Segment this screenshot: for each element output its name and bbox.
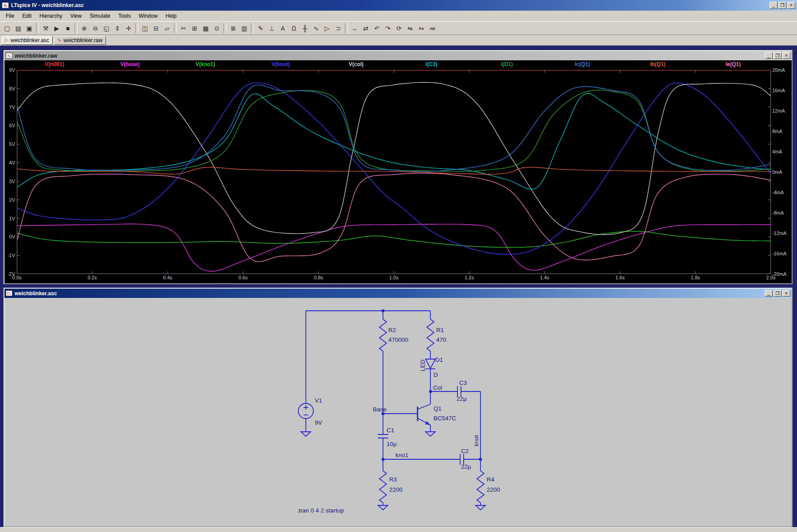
r4-name-label[interactable]: R4 xyxy=(487,476,495,483)
resistor-r2[interactable] xyxy=(379,319,387,351)
net-label-base[interactable]: Base xyxy=(373,406,387,413)
menu-hierarchy[interactable]: Hierarchy xyxy=(35,12,66,20)
trace-label-V(base)[interactable]: V(base) xyxy=(92,61,168,67)
spice-directive-text[interactable]: .tran 0 4 2 startup xyxy=(297,507,344,514)
place-ground-icon[interactable]: ⊥ xyxy=(266,23,277,33)
trace-label-V(n001)[interactable]: V(n001) xyxy=(17,61,92,67)
control-panel-icon[interactable]: ⚒ xyxy=(40,23,51,33)
d1-type-label[interactable]: LED xyxy=(419,360,426,372)
place-net-label-icon[interactable]: A xyxy=(277,23,288,33)
v1-value-label[interactable]: 9V xyxy=(315,419,322,426)
d1-code-label[interactable]: D xyxy=(434,372,438,378)
c3-name-label[interactable]: C3 xyxy=(459,379,467,386)
r1-name-label[interactable]: R1 xyxy=(436,327,444,333)
autorange-icon[interactable]: ⇕ xyxy=(112,23,123,33)
time-axis[interactable]: 0.0s0.2s0.4s0.6s0.8s1.0s1.2s1.4s1.6s1.8s… xyxy=(17,275,771,282)
net-label-kno1[interactable]: kno1 xyxy=(395,452,408,458)
menu-view[interactable]: View xyxy=(66,12,86,20)
plot-box[interactable] xyxy=(17,70,771,274)
trace-label-V(col)[interactable]: V(col) xyxy=(318,61,394,67)
menu-tools[interactable]: Tools xyxy=(114,12,135,20)
led-d1[interactable] xyxy=(426,359,435,369)
print-icon[interactable]: ▥ xyxy=(239,23,250,33)
rotate-icon[interactable]: ⟳ xyxy=(394,23,404,33)
waveform-window-title-bar[interactable]: ∿ weichblinker.raw _ ❐ × xyxy=(4,51,792,60)
redo-icon[interactable]: ↷ xyxy=(383,23,393,33)
c1-name-label[interactable]: C1 xyxy=(387,427,394,434)
save-icon[interactable]: ▣ xyxy=(24,23,35,33)
d1-name-label[interactable]: D1 xyxy=(435,356,443,363)
cascade-windows-icon[interactable]: ▱ xyxy=(162,23,172,33)
resistor-r1[interactable] xyxy=(427,319,434,351)
trace-label-V(kno1)[interactable]: V(kno1) xyxy=(168,61,243,67)
place-inductor-icon[interactable]: ∿ xyxy=(311,23,321,33)
mirror-icon[interactable]: ⇋ xyxy=(405,23,415,33)
c2-name-label[interactable]: C2 xyxy=(461,448,469,454)
waveform-minimize-button[interactable]: _ xyxy=(765,52,773,59)
schematic-maximize-button[interactable]: ❐ xyxy=(774,290,781,297)
zoom-full-extents-icon[interactable]: ◱ xyxy=(101,23,112,33)
tile-vertical-icon[interactable]: ◫ xyxy=(140,23,150,33)
draw-wire-icon[interactable]: ✎ xyxy=(255,23,266,33)
place-diode-icon[interactable]: ▷ xyxy=(322,23,332,33)
right-current-axis[interactable]: 20mA16mA12mA8mA4mA0mA-4mA-8mA-12mA-16mA-… xyxy=(772,70,792,274)
r3-value-label[interactable]: 2200 xyxy=(389,486,402,493)
schematic-window-title-bar[interactable]: ▷ weichblinker.asc _ ❐ × xyxy=(4,289,792,298)
pan-icon[interactable]: ✛ xyxy=(123,23,134,33)
copy-icon[interactable]: ⊞ xyxy=(189,23,200,33)
capacitor-c1[interactable] xyxy=(378,434,388,438)
zoom-in-icon[interactable]: ⊕ xyxy=(79,23,90,33)
q1-name-label[interactable]: Q1 xyxy=(434,405,441,412)
transistor-q1[interactable] xyxy=(418,404,435,436)
cut-icon[interactable]: ✂ xyxy=(178,23,189,33)
trace-label-Ie(Q1)[interactable]: Ie(Q1) xyxy=(695,61,771,67)
r2-value-label[interactable]: 470000 xyxy=(388,336,408,343)
undo-icon[interactable]: ↶ xyxy=(371,23,382,33)
place-capacitor-icon[interactable]: ╫ xyxy=(300,23,310,33)
place-component-icon[interactable]: ⊃ xyxy=(333,23,344,33)
trace-label-I(D1)[interactable]: I(D1) xyxy=(469,61,545,67)
print-setup-icon[interactable]: ≣ xyxy=(228,23,238,33)
waveform-close-button[interactable]: × xyxy=(782,52,790,59)
app-close-button[interactable]: × xyxy=(787,2,795,9)
net-label-knot[interactable]: knot xyxy=(473,435,480,446)
left-voltage-axis[interactable]: 9V8V7V6V5V4V3V2V1V0V-1V-2V xyxy=(4,70,16,274)
new-schematic-icon[interactable]: ▢ xyxy=(2,23,12,33)
trace-label-V(knot)[interactable]: V(knot) xyxy=(243,61,318,67)
drag-icon[interactable]: ⇄ xyxy=(360,23,371,33)
menu-simulate[interactable]: Simulate xyxy=(86,12,114,20)
trace-label-Ic(Q1)[interactable]: Ic(Q1) xyxy=(545,61,620,67)
menu-edit[interactable]: Edit xyxy=(18,12,35,20)
tab-weichblinker.asc[interactable]: ▷weichblinker.asc xyxy=(1,36,53,45)
place-resistor-icon[interactable]: Ω xyxy=(289,23,299,33)
waveform-maximize-button[interactable]: ❐ xyxy=(774,52,781,59)
schematic-minimize-button[interactable]: _ xyxy=(765,290,773,297)
spice-directive-icon[interactable]: .op xyxy=(427,23,438,33)
text-icon[interactable]: Aa xyxy=(416,23,426,33)
app-title-bar[interactable]: ∿ LTspice IV - weichblinker.asc _ ❐ × xyxy=(0,0,797,11)
schematic-canvas[interactable]: V1 9V R2 470000 R1 470 LED D1 D Col Q1 B… xyxy=(4,298,792,526)
q1-value-label[interactable]: BC547C xyxy=(434,415,456,422)
v1-name-label[interactable]: V1 xyxy=(315,397,322,404)
schematic-close-button[interactable]: × xyxy=(782,290,790,297)
trace-label-Ib(Q1)[interactable]: Ib(Q1) xyxy=(620,61,695,67)
r2-name-label[interactable]: R2 xyxy=(388,327,396,333)
c1-value-label[interactable]: 10µ xyxy=(387,441,397,447)
menu-file[interactable]: File xyxy=(2,12,18,20)
find-icon[interactable]: ⊙ xyxy=(211,23,222,33)
tab-weichblinker.raw[interactable]: ∿weichblinker.raw xyxy=(54,36,106,45)
net-label-col[interactable]: Col xyxy=(433,384,442,391)
app-minimize-button[interactable]: _ xyxy=(770,2,777,9)
r1-value-label[interactable]: 470 xyxy=(436,336,446,343)
r4-value-label[interactable]: 2200 xyxy=(487,486,500,493)
run-simulation-icon[interactable]: ▶ xyxy=(51,23,62,33)
c3-value-label[interactable]: 22µ xyxy=(457,395,467,402)
halt-simulation-icon[interactable]: ■ xyxy=(63,23,73,33)
menu-window[interactable]: Window xyxy=(135,12,162,20)
waveform-plot-area[interactable]: V(n001)V(base)V(kno1)V(knot)V(col)I(C3)I… xyxy=(4,60,792,283)
paste-icon[interactable]: ▦ xyxy=(200,23,211,33)
move-icon[interactable]: ↔ xyxy=(349,23,360,33)
app-maximize-button[interactable]: ❐ xyxy=(778,2,786,9)
tile-horizontal-icon[interactable]: ⊟ xyxy=(151,23,161,33)
zoom-back-icon[interactable]: ⊖ xyxy=(90,23,101,33)
